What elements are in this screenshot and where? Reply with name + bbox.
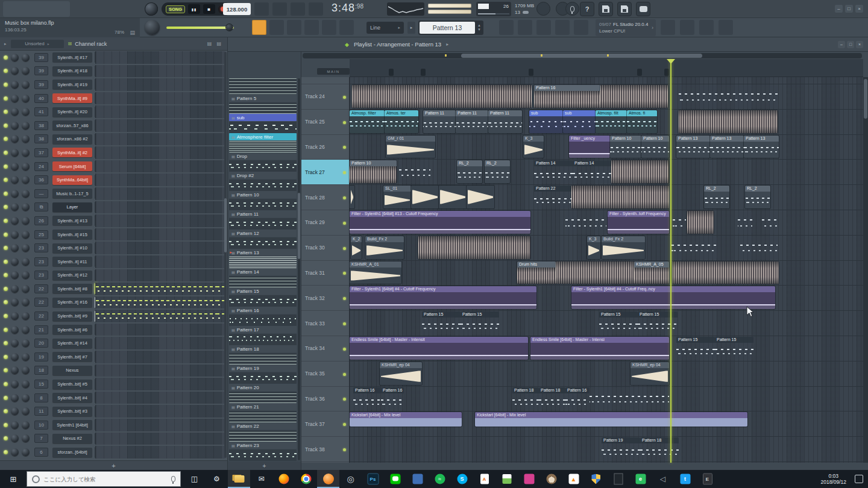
- volume-knob[interactable]: [22, 339, 30, 347]
- mixer-track-number[interactable]: 41: [34, 107, 48, 116]
- mixer-track-number[interactable]: 6: [34, 448, 48, 457]
- channel-step-area[interactable]: [95, 446, 225, 458]
- channel-row[interactable]: 22 Sylenth..bit] #8: [0, 282, 227, 296]
- playlist-clip[interactable]: [611, 160, 669, 183]
- channel-enable-led[interactable]: [4, 69, 8, 73]
- playlist-lane[interactable]: KSHMR_ep 04KSHMR_ep 04: [350, 361, 863, 387]
- track-led[interactable]: [343, 322, 346, 325]
- channel-row[interactable]: 22 Sylenth..it] #16: [0, 296, 227, 310]
- pan-knob[interactable]: [11, 176, 19, 184]
- volume-knob[interactable]: [22, 366, 30, 374]
- timeline-marker[interactable]: [664, 69, 669, 76]
- channel-step-area[interactable]: [95, 337, 225, 349]
- playlist-clip[interactable]: Filter _uency: [569, 136, 610, 158]
- maximize-button[interactable]: □: [845, 5, 853, 13]
- playlist-clip[interactable]: KSHMR_ep 04: [380, 362, 422, 385]
- playlist-clip[interactable]: [556, 261, 634, 284]
- playlist-clip[interactable]: Pattern 18: [512, 387, 539, 410]
- channel-name-button[interactable]: Sylenth..bit] #9: [52, 311, 92, 321]
- playlist-clip[interactable]: RL_2: [745, 186, 770, 208]
- chat-button[interactable]: [636, 2, 650, 16]
- channel-enable-led[interactable]: [4, 124, 8, 128]
- track-led[interactable]: [343, 96, 346, 99]
- pan-knob[interactable]: [11, 108, 19, 116]
- playlist-clip[interactable]: Pattern 15: [422, 311, 461, 334]
- track-header[interactable]: Track 31: [301, 261, 349, 286]
- mixer-track-number[interactable]: —: [34, 189, 48, 198]
- playlist-clip[interactable]: Pattern 14: [573, 160, 611, 183]
- playlist-clip[interactable]: Build_Fx 2: [365, 236, 404, 259]
- pan-knob[interactable]: [11, 448, 19, 456]
- toolbar-icon[interactable]: [269, 20, 284, 35]
- pattern-stepper[interactable]: ▲▼: [476, 23, 482, 32]
- playlist-clip[interactable]: KSHMR_A_01: [350, 261, 401, 284]
- timeline-ruler[interactable]: [350, 59, 863, 77]
- playlist-clip[interactable]: GM_r 01: [386, 136, 435, 158]
- playlist-clip[interactable]: [673, 261, 779, 284]
- taskbar-app[interactable]: [585, 470, 607, 488]
- pattern-item[interactable]: ► ▤Pattern 19: [229, 364, 297, 384]
- channel-step-area[interactable]: [95, 51, 225, 64]
- mixer-track-number[interactable]: 7: [34, 434, 48, 443]
- utility-icon[interactable]: [536, 2, 550, 16]
- toolbar-icon[interactable]: [719, 20, 733, 35]
- playlist-clip[interactable]: Pattern 11: [456, 110, 488, 133]
- channel-enable-led[interactable]: [4, 192, 8, 196]
- taskbar-app[interactable]: [384, 470, 406, 488]
- pan-knob[interactable]: [11, 312, 19, 320]
- channel-step-area[interactable]: [95, 174, 225, 186]
- playlist-clip[interactable]: [627, 186, 669, 208]
- track-header[interactable]: Track 37: [301, 411, 349, 437]
- channel-step-area[interactable]: [95, 269, 225, 282]
- channel-enable-led[interactable]: [4, 137, 8, 141]
- playlist-clip[interactable]: K_3: [523, 136, 544, 158]
- playlist-clip[interactable]: [350, 186, 354, 208]
- channel-enable-led[interactable]: [4, 382, 8, 386]
- taskbar-app[interactable]: S: [451, 470, 473, 488]
- channel-step-area[interactable]: [95, 310, 225, 322]
- channel-enable-led[interactable]: [4, 55, 8, 60]
- pan-knob[interactable]: [11, 394, 19, 402]
- volume-knob[interactable]: [22, 108, 30, 116]
- channel-row[interactable]: 26 Sylenth..it] #13: [0, 214, 227, 228]
- playlist-clip[interactable]: Filter - Sylenth1 [64bit] #4 - Cutoff Fr…: [571, 286, 775, 309]
- playlist-clip[interactable]: Filter - Sylenth..toff Frequency: [608, 211, 669, 234]
- channel-step-area[interactable]: [95, 201, 225, 214]
- help-button[interactable]: ?: [580, 2, 594, 16]
- playlist-lane[interactable]: Pattern 19Pattern 18: [350, 437, 863, 462]
- mixer-track-number[interactable]: 23: [34, 243, 48, 252]
- playlist-lane[interactable]: Filter - Sylenth1 [64bit] #4 - Cutoff Fr…: [350, 286, 863, 311]
- volume-knob[interactable]: [22, 176, 30, 184]
- track-header[interactable]: Track 28: [301, 185, 349, 210]
- pan-knob[interactable]: [11, 285, 19, 293]
- channel-name-button[interactable]: Sylenth..bit] #4: [52, 393, 92, 402]
- mixer-track-number[interactable]: 39: [34, 66, 48, 75]
- channel-row[interactable]: 25 Sylenth..it] #15: [0, 228, 227, 242]
- playlist-clip[interactable]: Pattern 11: [488, 110, 522, 133]
- channel-step-area[interactable]: [95, 351, 225, 363]
- playlist-clip[interactable]: Drum hits: [517, 261, 556, 284]
- pattern-preview[interactable]: [229, 102, 297, 114]
- playlist-clip[interactable]: KSHMR_ep 04: [631, 362, 669, 385]
- channel-name-button[interactable]: Sylenth..it] #18: [52, 66, 92, 76]
- toolbar-icon[interactable]: [252, 20, 266, 35]
- playlist-clip[interactable]: Pattern 15: [599, 311, 638, 334]
- channel-row[interactable]: 24 Serum [64bit]: [0, 160, 227, 174]
- stop-button[interactable]: ■: [203, 4, 215, 14]
- pattern-name-bar[interactable]: ▤Pattern 16: [229, 307, 297, 314]
- snap-selector[interactable]: Line▸: [366, 22, 404, 34]
- channel-row[interactable]: 37 SynthMa..it] #2: [0, 146, 227, 160]
- pattern-preview[interactable]: [229, 353, 297, 364]
- playlist-clip[interactable]: Pattern 10: [350, 160, 397, 183]
- channel-enable-led[interactable]: [4, 219, 8, 223]
- pattern-preview[interactable]: [229, 449, 297, 461]
- rack-header-icons[interactable]: ▤ ▤: [207, 41, 223, 46]
- horizontal-scrollbar[interactable]: [303, 53, 862, 58]
- taskbar-app[interactable]: [607, 470, 629, 488]
- channel-name-button[interactable]: Sylenth..it] #20: [52, 107, 92, 117]
- pattern-name-bar[interactable]: ▤Pattern 21: [229, 403, 297, 410]
- playlist-clip[interactable]: [679, 85, 778, 108]
- volume-knob[interactable]: [22, 326, 30, 334]
- channel-row[interactable]: 15 Sylenth..bit] #5: [0, 377, 227, 391]
- pan-knob[interactable]: [11, 203, 19, 211]
